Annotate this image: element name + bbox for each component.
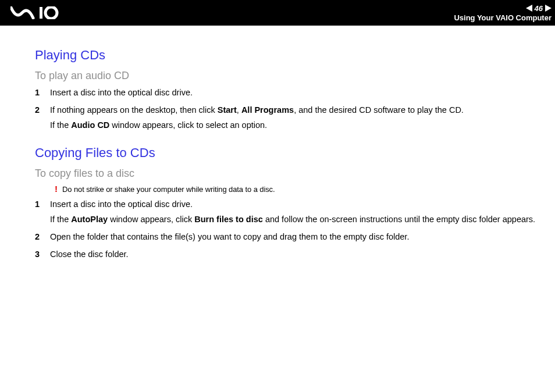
step-body: If nothing appears on the desktop, then … [50, 104, 538, 132]
step-body: Insert a disc into the optical disc driv… [50, 87, 538, 99]
list-item: 3 Close the disc folder. [35, 248, 538, 261]
subheading-copy-files: To copy files to a disc [35, 168, 538, 180]
prev-page-arrow-icon[interactable] [526, 5, 532, 12]
step-body: Open the folder that contains the file(s… [50, 231, 538, 244]
step-number: 3 [35, 248, 41, 261]
exclamation-icon: ! [55, 184, 58, 193]
list-item: 2 Open the folder that contains the file… [35, 231, 538, 244]
steps-playing: 1 Insert a disc into the optical disc dr… [35, 87, 538, 131]
page-content: Playing CDs To play an audio CD 1 Insert… [0, 26, 555, 261]
step-number: 1 [35, 198, 41, 211]
step-body: Insert a disc into the optical disc driv… [50, 198, 538, 226]
list-item: 1 Insert a disc into the optical disc dr… [35, 87, 538, 99]
step-subline: If the Audio CD window appears, click to… [50, 119, 538, 132]
next-page-arrow-icon[interactable] [545, 5, 552, 12]
warning-text: Do not strike or shake your computer whi… [62, 185, 275, 194]
heading-copying-files: Copying Files to CDs [35, 145, 538, 161]
step-number: 1 [35, 87, 41, 99]
page-header: 46 Using Your VAIO Computer [0, 0, 555, 26]
header-right: 46 Using Your VAIO Computer [454, 4, 552, 22]
steps-copying: 1 Insert a disc into the optical disc dr… [35, 198, 538, 261]
heading-playing-cds: Playing CDs [35, 48, 538, 63]
subheading-play-audio-cd: To play an audio CD [35, 70, 538, 82]
page-number: 46 [535, 4, 543, 13]
step-number: 2 [35, 231, 41, 244]
svg-rect-0 [40, 7, 42, 19]
list-item: 1 Insert a disc into the optical disc dr… [35, 198, 538, 226]
vaio-logo [10, 0, 74, 26]
section-label: Using Your VAIO Computer [454, 13, 552, 22]
step-number: 2 [35, 104, 41, 117]
step-body: Close the disc folder. [50, 248, 538, 261]
warning-note: ! Do not strike or shake your computer w… [55, 184, 538, 194]
svg-point-1 [45, 7, 57, 19]
list-item: 2 If nothing appears on the desktop, the… [35, 104, 538, 132]
step-subline: If the AutoPlay window appears, click Bu… [50, 213, 538, 226]
page-navigation: 46 [526, 4, 552, 13]
